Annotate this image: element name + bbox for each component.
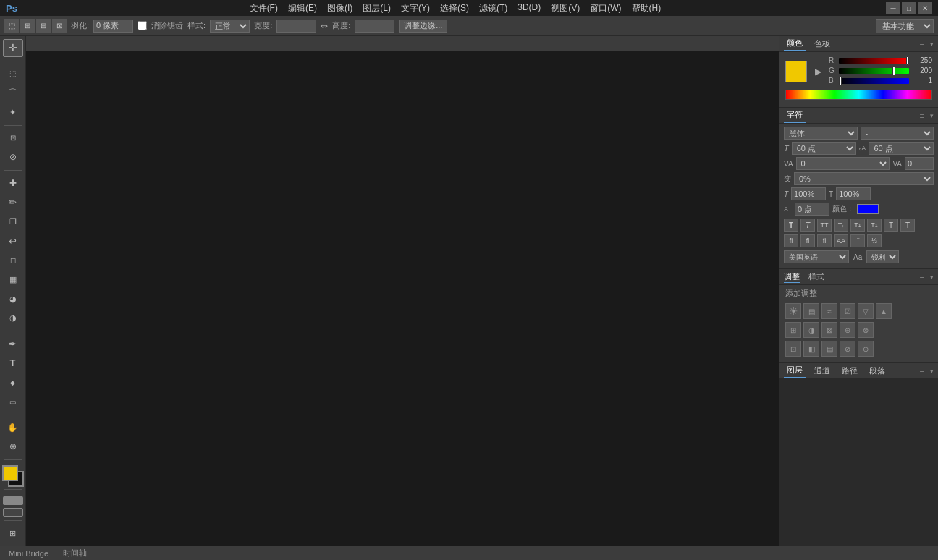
- levels-button[interactable]: ▤: [803, 303, 819, 319]
- paths-tab[interactable]: 路径: [839, 364, 861, 378]
- hand-tool[interactable]: ✋: [3, 418, 23, 436]
- font-family-select[interactable]: 黑体 宋体 微软雅黑: [784, 127, 858, 140]
- heal-tool[interactable]: ✚: [3, 174, 23, 192]
- pen-tool[interactable]: ✒: [3, 335, 23, 353]
- magic-wand-tool[interactable]: ✦: [3, 103, 23, 122]
- stamp-tool[interactable]: ❒: [3, 213, 23, 231]
- refine-edge-button[interactable]: 调整边缘...: [399, 20, 447, 33]
- bold-button[interactable]: T: [784, 219, 798, 232]
- width-input[interactable]: [276, 20, 316, 33]
- swatches-tab[interactable]: 色板: [811, 37, 833, 51]
- move-tool[interactable]: ✛: [3, 39, 23, 57]
- character-panel-menu[interactable]: ≡: [920, 111, 924, 120]
- play-button[interactable]: ▶: [811, 67, 824, 77]
- color-tab[interactable]: 颜色: [784, 36, 806, 51]
- minimize-button[interactable]: ─: [886, 2, 900, 14]
- mini-bridge-tab[interactable]: Mini Bridge: [6, 549, 51, 558]
- rect-select-tool[interactable]: ⬚: [3, 65, 23, 83]
- workspace-select[interactable]: 基本功能 3D 绘画 摄影: [876, 19, 934, 33]
- horizontal-scale-input[interactable]: [791, 187, 826, 200]
- language-select[interactable]: 美国英语 中文: [784, 250, 849, 263]
- new-selection-button[interactable]: ⬚: [4, 19, 19, 33]
- hue-sat-button[interactable]: ▲: [876, 303, 892, 319]
- menu-view[interactable]: 视图(V): [546, 1, 584, 15]
- styles-tab[interactable]: 样式: [808, 271, 824, 283]
- italic-button[interactable]: T: [800, 219, 815, 232]
- underline-button[interactable]: T: [884, 219, 898, 232]
- brightness-contrast-button[interactable]: ☀: [785, 303, 801, 319]
- menu-file[interactable]: 文件(F): [245, 1, 282, 15]
- exposure-button[interactable]: ☑: [840, 303, 855, 319]
- eraser-tool[interactable]: ◻: [3, 251, 23, 269]
- ordinals-button[interactable]: AA: [834, 234, 848, 247]
- menu-layer[interactable]: 图层(L): [358, 1, 395, 15]
- text-tool[interactable]: T: [3, 355, 23, 373]
- shape-tool[interactable]: ▭: [3, 393, 23, 411]
- color-spectrum[interactable]: [785, 90, 932, 100]
- ligatures-button[interactable]: fi: [784, 234, 798, 247]
- posterize-button[interactable]: ◧: [803, 341, 819, 357]
- history-brush-tool[interactable]: ↩: [3, 232, 23, 250]
- swap-icon[interactable]: ⇔: [321, 21, 328, 31]
- font-size-select[interactable]: 60 点 72 点 48 点: [792, 142, 857, 155]
- gradient-tool[interactable]: ▦: [3, 271, 23, 289]
- tracking-input[interactable]: [905, 157, 934, 170]
- close-button[interactable]: ✕: [918, 2, 932, 14]
- feather-input[interactable]: [93, 20, 133, 33]
- color-lookup-button[interactable]: ⊗: [858, 322, 874, 338]
- vertical-scale-input[interactable]: [836, 187, 871, 200]
- blur-tool[interactable]: ◕: [3, 290, 23, 308]
- swash-button[interactable]: ᵀ: [850, 234, 865, 247]
- add-selection-button[interactable]: ⊞: [20, 19, 35, 33]
- dodge-tool[interactable]: ◑: [3, 309, 23, 327]
- crop-tool[interactable]: ⊡: [3, 129, 23, 147]
- color-panel-menu[interactable]: ≡: [920, 40, 924, 48]
- layers-panel-collapse[interactable]: ▾: [930, 368, 934, 375]
- channels-tab[interactable]: 通道: [811, 364, 833, 378]
- discretionary-ligatures-button[interactable]: fl: [800, 234, 815, 247]
- threshold-button[interactable]: ▤: [821, 341, 837, 357]
- superscript-button[interactable]: T1: [850, 219, 865, 232]
- smallcaps-button[interactable]: Tₜ: [834, 219, 848, 232]
- color-balance-button[interactable]: ⊞: [785, 322, 801, 338]
- r-slider[interactable]: [839, 58, 909, 64]
- character-tab[interactable]: 字符: [784, 108, 806, 123]
- eyedropper-tool[interactable]: ⊘: [3, 148, 23, 166]
- channel-mixer-button[interactable]: ⊕: [840, 322, 855, 338]
- g-slider[interactable]: [839, 68, 909, 74]
- b-slider[interactable]: [839, 78, 909, 84]
- menu-edit[interactable]: 编辑(E): [284, 1, 321, 15]
- color-preview-swatch[interactable]: [785, 61, 807, 82]
- g-thumb[interactable]: [892, 67, 895, 75]
- brush-tool[interactable]: ✏: [3, 193, 23, 211]
- layers-tab[interactable]: 图层: [784, 363, 806, 378]
- style-select[interactable]: 正常 固定比例 固定大小: [210, 20, 250, 33]
- b-thumb[interactable]: [839, 77, 842, 85]
- adjustments-panel-collapse[interactable]: ▾: [930, 273, 934, 281]
- vibrance-button[interactable]: ▽: [858, 303, 874, 319]
- text-color-swatch[interactable]: [857, 204, 879, 214]
- curves-button[interactable]: ≈: [821, 303, 837, 319]
- photo-filter-button[interactable]: ⊠: [821, 322, 837, 338]
- canvas-content[interactable]: [26, 51, 779, 546]
- menu-text[interactable]: 文字(Y): [397, 1, 434, 15]
- path-select-tool[interactable]: ◆: [3, 373, 23, 391]
- invert-button[interactable]: ⊡: [785, 341, 801, 357]
- menu-image[interactable]: 图像(I): [323, 1, 357, 15]
- old-style-button[interactable]: fi: [817, 234, 832, 247]
- kerning-select[interactable]: 0 指标: [796, 157, 890, 170]
- vertical-scale-select[interactable]: 0%: [794, 172, 934, 185]
- subtract-selection-button[interactable]: ⊟: [36, 19, 51, 33]
- allcaps-button[interactable]: TT: [817, 219, 832, 232]
- adjustments-panel-menu[interactable]: ≡: [920, 273, 924, 281]
- maximize-button[interactable]: □: [902, 2, 916, 14]
- menu-select[interactable]: 选择(S): [436, 1, 473, 15]
- layers-body[interactable]: [779, 379, 938, 546]
- font-style-select[interactable]: - Bold Italic: [861, 127, 934, 140]
- zoom-tool[interactable]: ⊕: [3, 438, 23, 456]
- gradient-map-button[interactable]: ⊘: [840, 341, 855, 357]
- menu-window[interactable]: 窗口(W): [586, 1, 625, 15]
- selective-color-button[interactable]: ⊙: [858, 341, 874, 357]
- screen-mode-button[interactable]: ⊞: [3, 525, 23, 543]
- layers-panel-menu[interactable]: ≡: [920, 367, 924, 376]
